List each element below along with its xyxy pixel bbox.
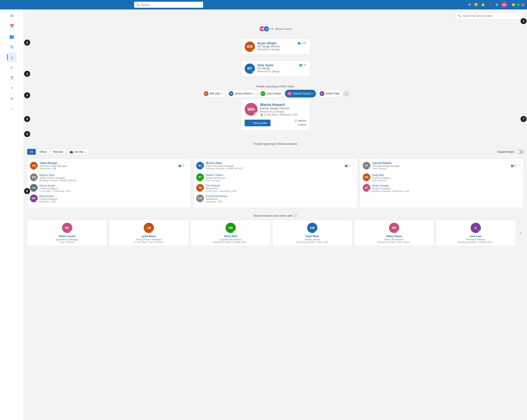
kadji-info: Kadji Bell Product Designer Oslo, Norway: [372, 173, 521, 182]
reporting-to-reta-label: People reporting to Reta Taylor: [256, 85, 295, 88]
kadji-bell-item[interactable]: KB Kadji Bell Product Designer Oslo, Nor…: [363, 173, 521, 182]
filter-all[interactable]: All: [27, 149, 36, 155]
bryan-wright-card[interactable]: BW Bryan Wright VP, Design Director Rese…: [241, 39, 310, 55]
stacked-avatar-2: JD: [264, 26, 269, 32]
lydia-title: Group Product Manager: [111, 238, 187, 241]
close-button[interactable]: [521, 3, 524, 6]
allan-avatar: AM: [30, 162, 38, 169]
bruno-name: Bruno Zhao: [206, 161, 342, 165]
robert-avatar: RT: [196, 173, 204, 181]
sidebar-icon-list[interactable]: ☰: [7, 73, 17, 83]
people-search[interactable]: 🔍: [455, 12, 524, 19]
henry-brill-card[interactable]: HB Henry Brill Engineering Director Work…: [191, 220, 271, 246]
oscar-krogh-item[interactable]: OK Oscar Krogh Product Designer In the o…: [30, 184, 188, 192]
sidebar-icon-calendar[interactable]: 📅: [7, 21, 17, 31]
robin-counts-card[interactable]: RC Robin Counts Engineering Manager Oslo…: [27, 220, 107, 246]
allan-location: Redmond, USA: [40, 167, 176, 170]
kadji-title: Product Designer: [372, 177, 521, 179]
will-little-name: Will Little: [210, 92, 220, 95]
info-icon[interactable]: i: [294, 214, 297, 217]
settings-icon[interactable]: ⚙: [495, 3, 498, 7]
miguel-avatar: MS: [30, 173, 38, 181]
maximize-button[interactable]: [517, 3, 520, 6]
titlebar: 🔍 ✉ 😀 🔔 ❓ ⚙ KN: [0, 0, 527, 10]
sidebar-icon-tasks[interactable]: ✓: [7, 63, 17, 72]
miguel-info: Miguel Silva Senior Product Designer Wor…: [39, 173, 188, 182]
show-more-link[interactable]: Show 4 more: [275, 27, 292, 31]
people-search-input[interactable]: [463, 14, 522, 17]
filter-remote[interactable]: Remote: [50, 149, 66, 155]
kadji-location: Oslo, Norway: [372, 179, 521, 182]
reta-taylor-card[interactable]: RT Reta Taylor VP, Design Research & Des…: [241, 61, 310, 77]
kayo-miwa-card[interactable]: KM Kayo Miwa Design partner Working remo…: [273, 220, 352, 246]
serena-name: Serena Ribeiro: [235, 92, 252, 95]
tab-serena-ribeiro[interactable]: SR Serena Ribeiro 3: [226, 90, 257, 97]
robert-location: Oslo, Norway: [206, 179, 354, 182]
lydia-bauer-card[interactable]: LB Lydia Bauer Group Product Manager In …: [109, 220, 189, 246]
user-avatar[interactable]: KN: [501, 2, 507, 8]
robin-name: Robin Counts: [29, 235, 105, 238]
keiko-tanaka-item[interactable]: KT Keiko Tanaka Product Designer Working…: [363, 184, 521, 192]
help-icon[interactable]: ❓: [488, 3, 492, 7]
filter-office[interactable]: Office: [37, 149, 50, 155]
also-works-section: Wanda Howard also works with i RC Robin …: [24, 211, 527, 250]
expand-arrow-2[interactable]: ⌃: [352, 164, 354, 167]
team-column-3: CP Carole Poland Principal Design Manage…: [360, 158, 524, 208]
mona-kane-item[interactable]: MK Mona Kane Product Designer Redmond, U…: [30, 195, 188, 203]
bryan-avatar: BW: [245, 42, 255, 52]
view-profile-button[interactable]: 👤 View profile: [245, 120, 271, 126]
filter-job-title[interactable]: 💼 Job title ⌄: [67, 149, 90, 155]
tab-will-little[interactable]: WL Will Little 3: [201, 90, 225, 97]
krystal-info: Krystal McKinney Researcher Redmond, USA: [206, 195, 354, 203]
keiko-location: Working remotely • Redmond, USA: [372, 190, 521, 192]
allan-header[interactable]: AM Allan Munger Principal Design Manager…: [30, 161, 188, 172]
wanda-detail-card: WH Wanda Howard Partner Design Director …: [241, 99, 310, 131]
robert-name: Robert Tolbert: [206, 173, 354, 177]
krystal-mckinney-item[interactable]: KM Krystal McKinney Researcher Redmond, …: [196, 195, 354, 203]
hillary-avatar: HR: [389, 223, 399, 233]
reta-avatar: RT: [245, 63, 255, 74]
robert-tolbert-item[interactable]: RT Robert Tolbert Senior Researcher Oslo…: [196, 173, 354, 182]
minimize-button[interactable]: [512, 3, 515, 6]
titlebar-search[interactable]: 🔍: [134, 2, 203, 8]
tab-kristin-patte[interactable]: KP Kristin Patte: [317, 90, 342, 97]
reta-reports: 👥 54: [299, 63, 306, 66]
sidebar-icon-attachment[interactable]: 📎: [7, 42, 17, 52]
expand-team-label: Expand team: [497, 150, 514, 153]
bruno-header[interactable]: BZ Bruno Zhao Senior Research Manager Wo…: [196, 161, 354, 172]
tab-katri-ahokas[interactable]: KA Katri Ahokas: [258, 90, 283, 97]
collaborators-next-button[interactable]: ›: [517, 220, 524, 246]
annotation-4: 4: [24, 92, 30, 98]
krystal-title: Researcher: [206, 198, 354, 200]
tim-avatar: TD: [196, 184, 204, 192]
sidebar-icon-office[interactable]: O: [7, 94, 17, 103]
sidebar-icon-mail[interactable]: ✉: [7, 11, 17, 21]
sidebar-icon-org[interactable]: △: [7, 52, 17, 62]
tim-deboer-item[interactable]: TD Tim Deboer Researcher In the office •…: [196, 184, 354, 192]
emoji-icon[interactable]: 😀: [474, 3, 478, 7]
hillary-reyes-card[interactable]: HR Hillary Reyes Senior Researcher Worki…: [354, 220, 434, 246]
bell-icon[interactable]: 🔔: [481, 3, 485, 7]
carole-header[interactable]: CP Carole Poland Principal Design Manage…: [363, 161, 521, 172]
expand-toggle-switch[interactable]: [516, 150, 524, 154]
people-search-icon: 🔍: [458, 14, 461, 17]
kayo-name: Kayo Miwa: [274, 235, 351, 238]
oscar-info: Oscar Krogh Product Designer In the offi…: [39, 184, 188, 192]
expand-arrow-1[interactable]: ⌃: [186, 164, 188, 167]
sidebar-icon-teams[interactable]: T: [7, 84, 17, 93]
krystal-location: Redmond, USA: [206, 200, 354, 203]
tab-wanda-howard[interactable]: WH Wanda Howard 3: [285, 90, 316, 97]
sidebar-icon-people[interactable]: 👥: [7, 32, 17, 41]
more-tabs-button[interactable]: ›: [343, 91, 349, 97]
inna-laar-card[interactable]: IL Inna Laar Research Director Working r…: [436, 220, 516, 246]
carole-reports: 👥 3: [511, 164, 516, 167]
chat-icon[interactable]: ✉: [468, 3, 471, 7]
kayo-location: Working remotely • Oslo, USA: [274, 241, 351, 243]
miguel-silva-item[interactable]: MS Miguel Silva Senior Product Designer …: [30, 173, 188, 182]
reta-reports-tabs: WL Will Little 3 SR Serena Ribeiro 3 KA …: [198, 90, 353, 97]
titlebar-search-input[interactable]: [141, 3, 201, 6]
people-icon: 👥: [298, 42, 301, 44]
sidebar-icon-more[interactable]: ⋯: [7, 104, 17, 114]
wanda-tab-name: Wanda Howard: [293, 92, 311, 95]
expand-arrow-3[interactable]: ⌃: [519, 164, 521, 167]
